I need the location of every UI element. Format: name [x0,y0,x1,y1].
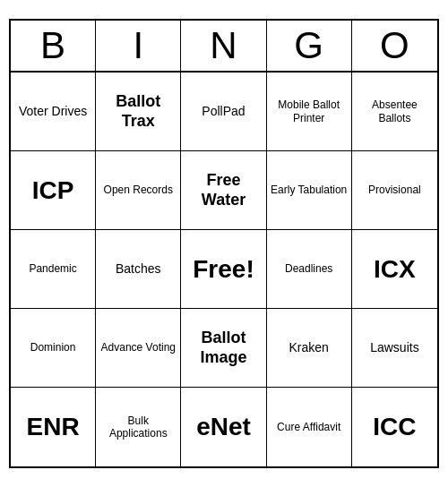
header-letter: O [352,21,437,71]
bingo-cell: Absentee Ballots [352,73,437,151]
bingo-cell: Provisional [352,151,437,230]
cell-text: Free! [193,254,254,285]
bingo-cell: Kraken [267,309,352,388]
bingo-cell: Open Records [96,151,181,230]
cell-text: Early Tabulation [271,184,347,196]
cell-text: eNet [196,412,251,442]
bingo-cell: Ballot Trax [96,73,181,151]
header-letter: N [181,21,266,71]
cell-text: Bulk Applications [99,414,177,440]
bingo-cell: Deadlines [267,230,352,309]
cell-text: Open Records [104,184,173,196]
cell-text: ICX [374,254,416,285]
header-letter: G [267,21,352,71]
bingo-cell: eNet [181,388,266,466]
bingo-cell: ICX [352,230,437,309]
cell-text: Absentee Ballots [356,98,434,124]
bingo-cell: PollPad [181,73,266,151]
cell-text: Voter Drives [19,104,87,119]
cell-text: ICP [32,175,74,206]
bingo-cell: Cure Affidavit [267,388,352,466]
cell-text: Deadlines [285,262,332,275]
bingo-grid: Voter DrivesBallot TraxPollPadMobile Bal… [11,73,437,466]
bingo-cell: Pandemic [11,230,96,309]
bingo-cell: Dominion [11,309,96,388]
cell-text: Advance Voting [101,341,176,354]
bingo-cell: ICP [11,151,96,230]
bingo-cell: Free! [181,230,266,309]
cell-text: Mobile Ballot Printer [271,98,348,124]
bingo-cell: Early Tabulation [267,151,352,230]
cell-text: Lawsuits [370,340,418,355]
bingo-cell: Free Water [181,151,266,230]
cell-text: Cure Affidavit [277,421,340,433]
cell-text: Batches [116,261,161,277]
cell-text: Dominion [30,341,76,354]
bingo-cell: Voter Drives [11,73,96,151]
cell-text: ENR [27,412,80,442]
bingo-header: BINGO [11,21,437,73]
cell-text: Ballot Image [185,329,262,367]
cell-text: ICC [373,412,416,442]
cell-text: Provisional [368,184,421,196]
bingo-cell: Lawsuits [352,309,437,388]
bingo-cell: ICC [352,388,437,466]
bingo-cell: Mobile Ballot Printer [267,73,352,151]
bingo-cell: Bulk Applications [96,388,181,466]
cell-text: Ballot Trax [99,92,177,131]
bingo-cell: Ballot Image [181,309,266,388]
bingo-cell: ENR [11,388,96,466]
cell-text: PollPad [202,104,245,119]
bingo-cell: Batches [96,230,181,309]
bingo-card: BINGO Voter DrivesBallot TraxPollPadMobi… [9,19,439,468]
cell-text: Pandemic [29,262,76,275]
cell-text: Kraken [289,340,329,355]
header-letter: B [11,21,96,71]
bingo-cell: Advance Voting [96,309,181,388]
cell-text: Free Water [185,171,262,209]
header-letter: I [96,21,181,71]
